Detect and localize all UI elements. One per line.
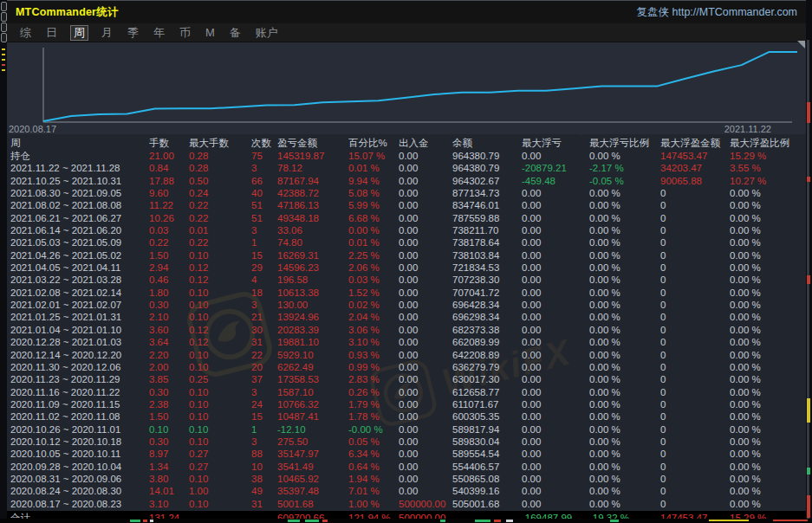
cell: 15.07 % <box>348 150 399 162</box>
cell: 2020.11.02 ~ 2020.11.08 <box>10 410 149 423</box>
cell: 0.00 % <box>730 498 806 510</box>
table-row[interactable]: 2021.01.25 ~ 2021.01.312.100.102113924.9… <box>7 311 806 323</box>
cell: 0.84 <box>149 162 189 174</box>
table-row[interactable]: 2021.02.01 ~ 2021.02.070.300.103130.000.… <box>7 299 806 311</box>
cell: 2020.12.28 ~ 2021.01.03 <box>10 336 149 348</box>
menu-item-9[interactable]: 备 <box>228 26 243 40</box>
chart-fragment <box>807 177 810 182</box>
table-row[interactable]: 2021.01.04 ~ 2021.01.103.600.123020283.3… <box>7 324 806 336</box>
chart-fragment <box>610 520 619 522</box>
stats-window: WikiFX WikiFX MTCommander统计 复盘侠 http://M… <box>7 0 806 520</box>
cell: 0.00 % <box>348 224 399 236</box>
cell: 19881.10 <box>277 336 348 348</box>
menu-item-6[interactable]: 年 <box>152 26 166 40</box>
cell: 964380.79 <box>452 150 522 162</box>
table-row[interactable]: 2020.08.24 ~ 2020.08.3014.011.004935397.… <box>7 485 806 497</box>
menu-item-3[interactable]: 周 <box>70 25 88 41</box>
table-row[interactable]: 2020.08.17 ~ 2020.08.233.100.10315001.68… <box>7 498 806 510</box>
menu-item-5[interactable]: 季 <box>126 26 140 40</box>
table-row[interactable]: 2020.11.09 ~ 2020.11.152.380.102410766.3… <box>7 398 806 410</box>
table-row[interactable]: 2020.10.26 ~ 2020.11.010.100.101-12.10-0… <box>7 423 806 436</box>
table-row[interactable]: 2021.08.02 ~ 2021.08.0811.220.225147186.… <box>7 199 806 211</box>
cell: 0.10 <box>189 349 251 361</box>
cell: 0.00 % <box>730 311 806 323</box>
menu-item-10[interactable]: 账户 <box>254 26 280 40</box>
resize-grip-icon[interactable] <box>797 41 805 48</box>
cell: -2.17 % <box>589 162 660 174</box>
cell: 0.00 <box>522 199 589 211</box>
table-row[interactable]: 2020.11.30 ~ 2020.12.062.000.10206262.49… <box>7 361 806 373</box>
chart-fragment <box>807 275 810 284</box>
cell: 0.10 <box>189 398 251 410</box>
cell: 15.29 % <box>730 150 806 162</box>
cell: 0.00 <box>522 423 589 436</box>
column-header[interactable]: 出入金 <box>399 137 452 150</box>
cell: 0.00 <box>522 262 589 274</box>
column-header[interactable]: 最大浮盈金额 <box>660 137 730 150</box>
cell: 0.00 <box>522 461 589 473</box>
cell: 2020.11.16 ~ 2020.11.22 <box>10 386 149 398</box>
column-header[interactable]: 周 <box>10 137 149 150</box>
cell: 0.00 <box>522 436 589 448</box>
column-header[interactable]: 最大手数 <box>189 137 251 150</box>
column-header[interactable]: 最大浮亏比例 <box>589 137 660 150</box>
cell: 0 <box>660 361 730 373</box>
cell: 0.01 <box>189 224 251 236</box>
table-row[interactable]: 2020.12.28 ~ 2021.01.033.640.123119881.1… <box>7 336 806 348</box>
table-row[interactable]: 2021.02.08 ~ 2021.02.141.800.101810613.3… <box>7 287 806 299</box>
table-row[interactable]: 2020.09.28 ~ 2020.10.041.340.27103541.49… <box>7 461 806 473</box>
cell: 0.00 % <box>730 485 806 497</box>
column-header[interactable]: 最大浮亏 <box>522 137 589 150</box>
table-row[interactable]: 2020.10.05 ~ 2020.10.118.970.278835147.9… <box>7 448 806 460</box>
column-header[interactable]: 盈亏金额 <box>277 137 348 150</box>
cell: 0.00 <box>522 373 589 385</box>
cell: 2021.10.25 ~ 2021.10.31 <box>10 175 149 187</box>
table-row[interactable]: 2021.04.05 ~ 2021.04.112.940.122914596.2… <box>7 262 806 274</box>
column-header[interactable]: 最大浮盈比例 <box>730 137 806 150</box>
menu-item-8[interactable]: M <box>204 26 217 40</box>
menu-item-4[interactable]: 月 <box>100 26 114 40</box>
holding-row[interactable]: 持仓21.000.2875145319.8715.07 %0.00964380.… <box>7 150 806 162</box>
cell: 3 <box>251 386 277 398</box>
cell: 49348.18 <box>277 212 348 224</box>
menu-item-1[interactable]: 综 <box>18 26 33 40</box>
cell: 3.55 % <box>730 162 806 174</box>
cell: 2021.05.03 ~ 2021.05.09 <box>10 236 149 249</box>
table-row[interactable]: 2021.10.25 ~ 2021.10.3117.880.506687167.… <box>7 175 806 187</box>
table-row[interactable]: 2020.10.12 ~ 2020.10.180.300.103275.500.… <box>7 436 806 448</box>
cell: 2.94 <box>149 262 189 274</box>
cell: 2021.04.26 ~ 2021.05.02 <box>10 249 149 262</box>
table-row[interactable]: 2021.06.14 ~ 2021.06.200.030.01333.060.0… <box>7 224 806 236</box>
cell: 147453.47 <box>660 150 730 162</box>
cell: 1587.10 <box>277 386 348 398</box>
menu-item-2[interactable]: 日 <box>44 26 59 40</box>
table-row[interactable]: 2021.03.22 ~ 2021.03.280.460.124196.580.… <box>7 274 806 286</box>
cell: 15 <box>251 410 277 423</box>
table-row[interactable]: 2020.11.23 ~ 2020.11.293.850.253717358.5… <box>7 373 806 385</box>
cell: 0.22 <box>149 236 189 249</box>
table-row[interactable]: 2020.08.31 ~ 2020.09.063.800.103810465.9… <box>7 473 806 485</box>
cell: 0.00 <box>522 311 589 323</box>
table-row[interactable]: 2021.08.30 ~ 2021.09.059.600.244042388.7… <box>7 187 806 199</box>
cell: 2.06 % <box>348 262 399 274</box>
table-row[interactable]: 2021.05.03 ~ 2021.05.090.220.22174.800.0… <box>7 236 806 249</box>
cell: 2021.04.05 ~ 2021.04.11 <box>10 262 149 274</box>
cell: 17358.53 <box>277 373 348 385</box>
table-row[interactable]: 2021.11.22 ~ 2021.11.280.840.28378.120.0… <box>7 162 806 174</box>
column-header[interactable]: 次数 <box>251 137 277 150</box>
column-header[interactable]: 余额 <box>452 137 522 150</box>
cell: 0.00 <box>399 212 452 224</box>
cell: 3.10 <box>149 498 189 510</box>
cell: 2020.08.31 ~ 2020.09.06 <box>10 473 149 485</box>
column-header[interactable]: 百分比% <box>348 137 399 150</box>
table-row[interactable]: 2021.04.26 ~ 2021.05.021.500.101516269.3… <box>7 249 806 262</box>
table-row[interactable]: 2020.12.14 ~ 2020.12.202.200.10225929.10… <box>7 349 806 361</box>
column-header[interactable]: 手数 <box>149 137 189 150</box>
mtcommander-link[interactable]: 复盘侠 http://MTCommander.com <box>637 5 797 20</box>
cell: 0.01 % <box>348 162 399 174</box>
table-row[interactable]: 2021.06.21 ~ 2021.06.2710.260.225149348.… <box>7 212 806 224</box>
table-row[interactable]: 2020.11.16 ~ 2020.11.220.300.1031587.100… <box>7 386 806 398</box>
table-row[interactable]: 2020.11.02 ~ 2020.11.081.500.101510487.4… <box>7 410 806 423</box>
menu-item-7[interactable]: 币 <box>178 26 192 40</box>
chart-fragment <box>150 520 153 522</box>
